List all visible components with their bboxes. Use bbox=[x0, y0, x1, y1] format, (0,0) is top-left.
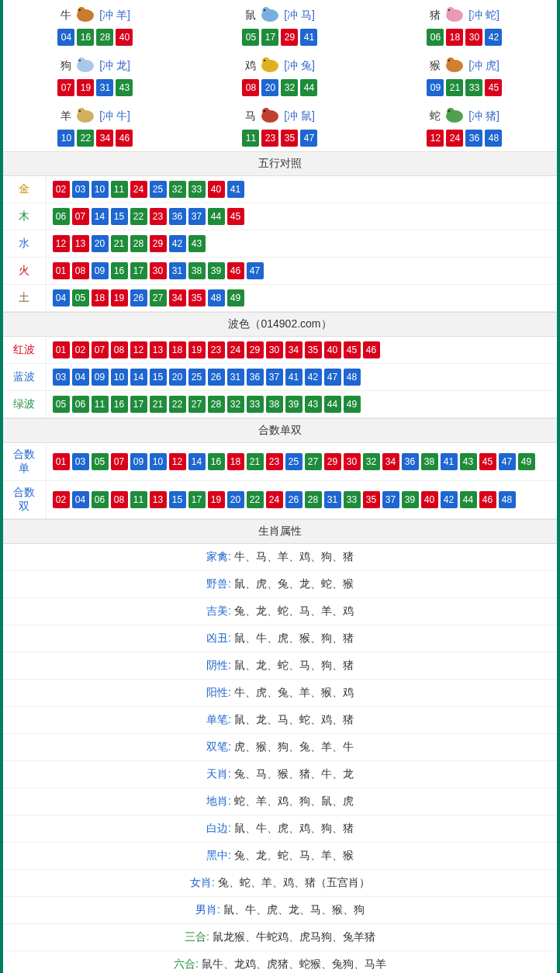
ball-48: 48 bbox=[499, 491, 516, 508]
ball-32: 32 bbox=[169, 181, 186, 198]
attr-value: 鼠、牛、虎、龙、马、猴、狗 bbox=[223, 903, 365, 916]
ball-07: 07 bbox=[111, 453, 128, 470]
attr-label: 男肖: bbox=[195, 903, 220, 916]
ball-18: 18 bbox=[227, 453, 244, 470]
ball-44: 44 bbox=[460, 491, 477, 508]
ball-26: 26 bbox=[130, 289, 147, 306]
svg-point-17 bbox=[448, 60, 450, 61]
ball-17: 17 bbox=[130, 262, 147, 279]
ball-08: 08 bbox=[111, 341, 128, 358]
row-label: 金 bbox=[3, 176, 46, 203]
ball-35: 35 bbox=[188, 289, 206, 306]
ball-17: 17 bbox=[261, 29, 278, 46]
ball-36: 36 bbox=[169, 208, 186, 225]
ball-40: 40 bbox=[324, 341, 341, 358]
ball-22: 22 bbox=[77, 130, 94, 147]
ball-17: 17 bbox=[130, 396, 147, 413]
ball-08: 08 bbox=[242, 79, 259, 96]
ball-19: 19 bbox=[77, 79, 94, 96]
ball-34: 34 bbox=[96, 130, 113, 147]
zodiac-name: 马 bbox=[245, 109, 256, 123]
row-label: 合数单 bbox=[3, 443, 46, 481]
attr-header: 生肖属性 bbox=[3, 519, 557, 544]
ball-16: 16 bbox=[111, 262, 128, 279]
zodiac-chong: [冲 兔] bbox=[284, 59, 315, 73]
svg-point-5 bbox=[264, 9, 265, 11]
ball-41: 41 bbox=[441, 453, 458, 470]
attr-label: 阴性: bbox=[206, 659, 231, 671]
attr-label: 单笔: bbox=[206, 713, 231, 725]
table-row: 火0108091617303138394647 bbox=[3, 258, 557, 285]
attr-value: 鼠牛、龙鸡、虎猪、蛇猴、兔狗、马羊 bbox=[202, 957, 386, 970]
ball-28: 28 bbox=[96, 29, 113, 46]
ball-11: 11 bbox=[92, 396, 109, 413]
attr-label: 家禽: bbox=[206, 550, 231, 563]
attr-row: 吉美:兔、龙、蛇、马、羊、鸡 bbox=[3, 598, 557, 625]
ball-31: 31 bbox=[169, 262, 186, 279]
ball-13: 13 bbox=[150, 341, 167, 358]
ball-05: 05 bbox=[53, 396, 70, 413]
zodiac-icon bbox=[73, 5, 98, 26]
ball-25: 25 bbox=[188, 369, 206, 386]
ball-12: 12 bbox=[130, 341, 147, 358]
ball-18: 18 bbox=[169, 341, 186, 358]
attr-row: 黑中:兔、龙、蛇、马、羊、猴 bbox=[3, 843, 557, 870]
ball-32: 32 bbox=[281, 79, 298, 96]
svg-point-2 bbox=[79, 9, 81, 11]
ball-24: 24 bbox=[130, 181, 147, 198]
row-balls: 04051819262734354849 bbox=[46, 285, 557, 312]
attr-value: 鼠、牛、虎、鸡、狗、猪 bbox=[234, 822, 354, 834]
row-label: 绿波 bbox=[3, 391, 46, 418]
zodiac-icon bbox=[442, 106, 467, 126]
attr-value: 兔、龙、蛇、马、羊、猴 bbox=[234, 849, 354, 861]
ball-04: 04 bbox=[53, 289, 70, 306]
zodiac-chong: [冲 猪] bbox=[468, 109, 500, 123]
ball-21: 21 bbox=[446, 79, 463, 96]
ball-02: 02 bbox=[53, 181, 70, 198]
zodiac-name: 鸡 bbox=[245, 59, 256, 73]
zodiac-icon bbox=[73, 55, 98, 76]
ball-20: 20 bbox=[92, 235, 109, 252]
ball-47: 47 bbox=[300, 130, 317, 147]
row-balls: 0204060811131517192022242628313335373940… bbox=[46, 481, 557, 519]
row-balls: 0103050709101214161821232527293032343638… bbox=[46, 443, 557, 481]
ball-33: 33 bbox=[344, 491, 361, 508]
attr-value: 鼠、牛、虎、猴、狗、猪 bbox=[234, 632, 354, 644]
ball-11: 11 bbox=[242, 130, 259, 147]
zodiac-icon bbox=[442, 55, 467, 76]
zodiac-chong: [冲 蛇] bbox=[468, 9, 500, 23]
ball-38: 38 bbox=[266, 396, 283, 413]
ball-02: 02 bbox=[72, 341, 89, 358]
attr-label: 六合: bbox=[174, 957, 199, 970]
attr-label: 吉美: bbox=[206, 604, 231, 617]
ball-42: 42 bbox=[441, 491, 458, 508]
attr-value: 鼠、龙、蛇、马、狗、猪 bbox=[234, 659, 354, 671]
ball-45: 45 bbox=[479, 453, 496, 470]
heshu-header: 合数单双 bbox=[3, 418, 557, 443]
ball-43: 43 bbox=[460, 453, 477, 470]
ball-13: 13 bbox=[150, 491, 167, 508]
ball-27: 27 bbox=[188, 396, 206, 413]
attr-value: 牛、虎、兔、羊、猴、鸡 bbox=[234, 686, 354, 698]
ball-26: 26 bbox=[208, 369, 225, 386]
svg-point-1 bbox=[78, 7, 85, 15]
ball-30: 30 bbox=[344, 453, 361, 470]
zodiac-chong: [冲 虎] bbox=[468, 59, 500, 73]
ball-22: 22 bbox=[247, 491, 264, 508]
attr-row: 白边:鼠、牛、虎、鸡、狗、猪 bbox=[3, 815, 557, 843]
attr-row: 双笔:虎、猴、狗、兔、羊、牛 bbox=[3, 734, 557, 761]
ball-43: 43 bbox=[116, 79, 133, 96]
ball-31: 31 bbox=[324, 491, 341, 508]
zodiac-name: 鼠 bbox=[245, 9, 256, 23]
ball-09: 09 bbox=[92, 262, 109, 279]
ball-08: 08 bbox=[111, 491, 128, 508]
row-label: 水 bbox=[3, 230, 46, 258]
zodiac-cell-5: 猴[冲 虎]09213345 bbox=[372, 50, 557, 101]
bose-table: 红波0102070812131819232429303435404546蓝波03… bbox=[3, 337, 557, 418]
attr-value: 鼠、龙、马、蛇、鸡、猪 bbox=[234, 713, 354, 725]
ball-42: 42 bbox=[485, 29, 502, 46]
ball-23: 23 bbox=[261, 130, 278, 147]
ball-05: 05 bbox=[242, 29, 259, 46]
attr-value: 兔、蛇、羊、鸡、猪（五宫肖） bbox=[218, 876, 370, 888]
table-row: 金02031011242532334041 bbox=[3, 176, 557, 203]
